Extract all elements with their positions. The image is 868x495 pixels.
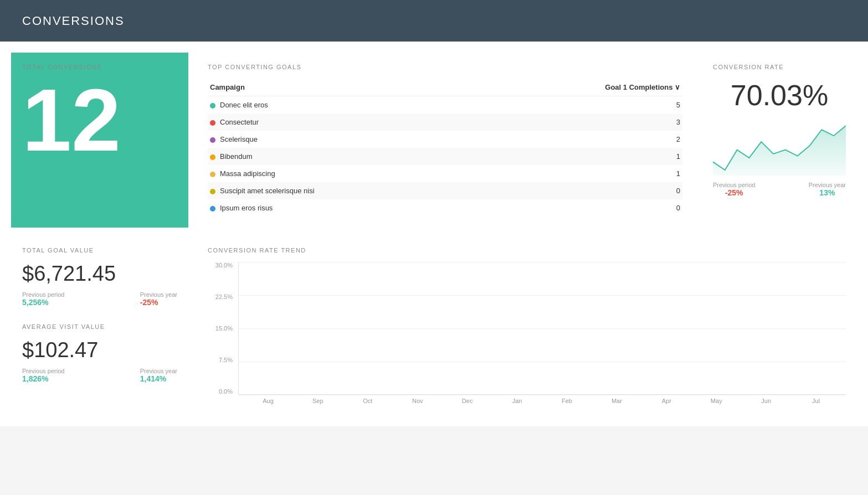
- x-axis-label: Nov: [393, 395, 442, 404]
- avg-visit-section: AVERAGE VISIT VALUE $102.47 Previous per…: [22, 323, 177, 383]
- avg-visit-comparison: Previous period 1,826% Previous year 1,4…: [22, 368, 177, 383]
- total-conversions-title: TOTAL CONVERSIONS: [22, 64, 177, 70]
- x-axis-label: Jun: [742, 395, 790, 404]
- avg-visit-title: AVERAGE VISIT VALUE: [22, 323, 177, 330]
- total-conversions-panel: TOTAL CONVERSIONS 12: [11, 53, 188, 228]
- campaign-dot: [210, 103, 215, 109]
- x-axis-label: Aug: [244, 395, 292, 404]
- prev-period-item: Previous period -25%: [713, 182, 755, 197]
- campaign-dot: [210, 137, 215, 143]
- prev-year-item: Previous year 13%: [809, 182, 846, 197]
- y-axis-label: 22.5%: [208, 293, 233, 300]
- x-axis-label: Apr: [642, 395, 691, 404]
- campaign-value: 5: [482, 96, 682, 114]
- page-title: CONVERSIONS: [22, 14, 125, 28]
- prev-year-label: Previous year: [809, 182, 846, 188]
- dashboard: TOTAL CONVERSIONS 12 TOP CONVERTING GOAL…: [0, 42, 868, 426]
- goals-column-campaign: Campaign: [208, 79, 482, 96]
- table-row: Suscipit amet scelerisque nisi 0: [208, 182, 682, 199]
- conversion-rate-title: CONVERSION RATE: [713, 64, 846, 70]
- prev-year-value: 13%: [809, 188, 846, 197]
- goal-value-comparison: Previous period 5,256% Previous year -25…: [22, 291, 177, 307]
- campaign-value: 3: [482, 114, 682, 131]
- y-axis-labels: 30.0%22.5%15.0%7.5%0.0%: [208, 262, 233, 395]
- y-axis-label: 7.5%: [208, 357, 233, 363]
- prev-period-label: Previous period: [713, 182, 755, 188]
- x-axis-label: May: [692, 395, 741, 404]
- campaign-name: Ipsum eros risus: [208, 199, 482, 216]
- campaign-name: Scelerisque: [208, 131, 482, 148]
- campaign-name: Suscipit amet scelerisque nisi: [208, 182, 482, 199]
- conversion-trend-panel: CONVERSION RATE TREND 30.0%22.5%15.0%7.5…: [197, 236, 857, 415]
- top-goals-title: TOP CONVERTING GOALS: [208, 64, 682, 70]
- campaign-dot: [210, 189, 215, 194]
- y-axis-label: 0.0%: [208, 388, 233, 395]
- x-axis-label: Sep: [294, 395, 342, 404]
- goal-prev-period-label: Previous period: [22, 291, 64, 298]
- goal-prev-year-value: -25%: [140, 298, 177, 307]
- dropdown-arrow-icon: ∨: [675, 83, 680, 91]
- table-row: Ipsum eros risus 0: [208, 199, 682, 216]
- bar-chart: [238, 262, 846, 395]
- page-header: CONVERSIONS: [0, 0, 868, 42]
- x-axis-label: Dec: [443, 395, 492, 404]
- svg-marker-0: [713, 126, 846, 176]
- campaign-dot: [210, 120, 215, 126]
- x-axis-label: Oct: [343, 395, 392, 404]
- goals-column-completions[interactable]: Goal 1 Completions ∨: [482, 79, 682, 96]
- goals-table: Campaign Goal 1 Completions ∨ Donec elit…: [208, 79, 682, 216]
- campaign-value: 0: [482, 199, 682, 216]
- bar-chart-wrapper: 30.0%22.5%15.0%7.5%0.0% AugSepOctNovDecJ…: [208, 262, 846, 404]
- goal-prev-period-value: 5,256%: [22, 298, 64, 307]
- y-axis-label: 30.0%: [208, 262, 233, 269]
- table-row: Consectetur 3: [208, 114, 682, 131]
- campaign-dot: [210, 172, 215, 177]
- avg-visit-value: $102.47: [22, 338, 177, 362]
- total-goal-value: $6,721.45: [22, 262, 177, 286]
- table-row: Donec elit eros 5: [208, 96, 682, 114]
- total-goal-value-title: TOTAL GOAL VALUE: [22, 247, 177, 254]
- avg-prev-period-value: 1,826%: [22, 374, 64, 383]
- x-axis-label: Mar: [592, 395, 641, 404]
- x-axis-label: Jul: [792, 395, 840, 404]
- campaign-value: 0: [482, 182, 682, 199]
- total-conversions-value: 12: [22, 76, 177, 164]
- campaign-value: 1: [482, 165, 682, 182]
- avg-prev-year-label: Previous year: [140, 368, 177, 374]
- campaign-dot: [210, 206, 215, 212]
- avg-prev-year: Previous year 1,414%: [140, 368, 177, 383]
- x-axis-label: Jan: [493, 395, 542, 404]
- goal-prev-year: Previous year -25%: [140, 291, 177, 307]
- campaign-dot: [210, 154, 215, 160]
- campaign-name: Bibendum: [208, 148, 482, 165]
- avg-prev-period: Previous period 1,826%: [22, 368, 64, 383]
- top-goals-panel: TOP CONVERTING GOALS Campaign Goal 1 Com…: [197, 53, 694, 228]
- conversion-rate-comparison: Previous period -25% Previous year 13%: [713, 182, 846, 197]
- campaign-name: Consectetur: [208, 114, 482, 131]
- table-row: Massa adipiscing 1: [208, 165, 682, 182]
- campaign-name: Donec elit eros: [208, 96, 482, 114]
- avg-prev-year-value: 1,414%: [140, 374, 177, 383]
- table-row: Bibendum 1: [208, 148, 682, 165]
- conversion-rate-value: 70.03%: [713, 79, 846, 112]
- goal-prev-year-label: Previous year: [140, 291, 177, 298]
- campaign-value: 1: [482, 148, 682, 165]
- x-axis-labels: AugSepOctNovDecJanFebMarAprMayJunJul: [238, 395, 846, 404]
- goal-prev-period: Previous period 5,256%: [22, 291, 64, 307]
- campaign-name: Massa adipiscing: [208, 165, 482, 182]
- campaign-value: 2: [482, 131, 682, 148]
- total-goal-value-section: TOTAL GOAL VALUE $6,721.45 Previous peri…: [22, 247, 177, 307]
- bottom-left-panel: TOTAL GOAL VALUE $6,721.45 Previous peri…: [11, 236, 188, 415]
- y-axis-label: 15.0%: [208, 325, 233, 332]
- prev-period-value: -25%: [713, 188, 755, 197]
- table-row: Scelerisque 2: [208, 131, 682, 148]
- x-axis-label: Feb: [543, 395, 592, 404]
- conversion-rate-panel: CONVERSION RATE 70.03% Previous period -…: [702, 53, 857, 228]
- conversion-trend-title: CONVERSION RATE TREND: [208, 247, 846, 254]
- conversion-rate-sparkline: [713, 120, 846, 176]
- avg-prev-period-label: Previous period: [22, 368, 64, 374]
